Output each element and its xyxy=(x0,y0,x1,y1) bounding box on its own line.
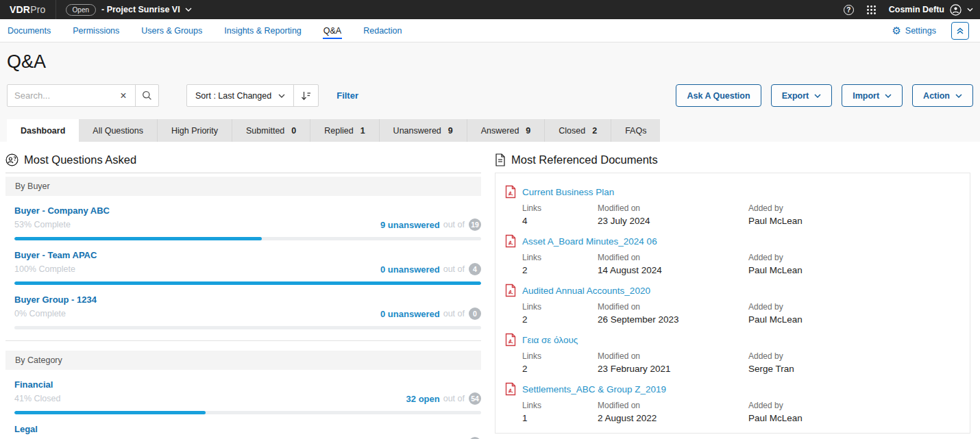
brand-logo[interactable]: VDRPro xyxy=(10,4,46,15)
unanswered-count: 9 unanswered xyxy=(380,220,440,230)
document-link[interactable]: Current Business Plan xyxy=(522,187,614,197)
chevron-down-icon xyxy=(185,8,192,12)
modified-label: Modified on xyxy=(598,351,748,361)
search-input[interactable] xyxy=(8,85,112,106)
nav-qa[interactable]: Q&A xyxy=(323,20,342,42)
tab-replied[interactable]: Replied1 xyxy=(310,119,379,142)
added-label: Added by xyxy=(748,253,960,262)
search-icon xyxy=(142,90,152,101)
document-link[interactable]: Γεια σε όλους xyxy=(522,335,578,345)
chevron-down-icon xyxy=(955,94,962,98)
tab-submitted[interactable]: Submitted0 xyxy=(232,119,310,142)
out-of-label: out of xyxy=(443,220,465,229)
nav-redaction[interactable]: Redaction xyxy=(363,20,402,42)
search-button[interactable] xyxy=(135,85,158,106)
most-documents-panel: Most Referenced Documents Current Busine… xyxy=(495,142,970,434)
tab-label: High Priority xyxy=(171,126,218,136)
modified-value: 2 August 2022 xyxy=(598,413,748,423)
most-documents-header: Most Referenced Documents xyxy=(495,153,970,166)
total-badge: 54 xyxy=(469,392,481,405)
stat-right: 0 unanswered out of 4 xyxy=(380,263,481,275)
modified-label: Modified on xyxy=(598,253,748,262)
double-chevron-up-icon xyxy=(956,27,964,35)
document-link[interactable]: Asset A_Board Minutes_2024 06 xyxy=(522,236,657,247)
export-button[interactable]: Export xyxy=(771,84,833,107)
links-label: Links xyxy=(522,253,598,262)
tab-closed[interactable]: Closed2 xyxy=(545,119,611,142)
tab-dashboard[interactable]: Dashboard xyxy=(7,119,79,142)
links-value: 2 xyxy=(522,265,598,275)
buyer-link[interactable]: Buyer Group - 1234 xyxy=(14,294,97,305)
links-label: Links xyxy=(522,401,598,410)
doc-added-col: Added by Paul McLean xyxy=(748,203,960,226)
collapse-header-button[interactable] xyxy=(951,22,969,40)
ask-question-label: Ask A Question xyxy=(687,91,750,101)
nav-users-groups[interactable]: Users & Groups xyxy=(140,20,203,42)
doc-modified-col: Modified on 23 July 2024 xyxy=(598,203,748,226)
search-group: × xyxy=(7,84,159,107)
nav-permissions[interactable]: Permissions xyxy=(72,20,120,42)
topbar-divider xyxy=(56,0,56,19)
tab-label: Replied xyxy=(324,126,353,136)
tab-label: FAQs xyxy=(625,126,646,136)
tab-label: Submitted xyxy=(246,126,284,136)
doc-links-col: Links 2 xyxy=(522,351,598,374)
close-icon: × xyxy=(120,90,126,102)
sort-dropdown[interactable]: Sort : Last Changed xyxy=(187,85,293,106)
nav-insights-reporting[interactable]: Insights & Reporting xyxy=(223,20,302,42)
module-nav: Documents Permissions Users & Groups Ins… xyxy=(0,19,980,42)
chevron-down-icon xyxy=(885,94,892,98)
buyer-link[interactable]: Buyer - Team APAC xyxy=(14,250,97,260)
progress-track xyxy=(14,326,481,329)
out-of-label: out of xyxy=(443,394,465,403)
doc-added-col: Added by Paul McLean xyxy=(748,253,960,275)
modified-label: Modified on xyxy=(598,302,748,312)
document-link[interactable]: Audited Annual Accounts_2020 xyxy=(522,286,650,296)
links-value: 4 xyxy=(522,216,598,226)
tab-answered[interactable]: Answered9 xyxy=(467,119,546,142)
project-selector[interactable]: - Project Sunrise VI xyxy=(101,5,192,14)
sort-descending-icon xyxy=(301,91,311,101)
links-label: Links xyxy=(522,351,598,361)
documents-list: Current Business Plan Links 4 Modified o… xyxy=(495,173,970,434)
modified-value: 26 September 2023 xyxy=(598,314,748,325)
doc-links-col: Links 1 xyxy=(522,401,598,423)
app-grid-icon xyxy=(866,5,877,15)
links-value: 1 xyxy=(522,413,598,423)
document-link[interactable]: Settlements_ABC & Group Z_2019 xyxy=(522,384,666,394)
modified-value: 14 August 2024 xyxy=(598,265,748,275)
document-row: Audited Annual Accounts_2020 Links 2 Mod… xyxy=(495,277,970,326)
category-link[interactable]: Legal xyxy=(14,424,38,434)
ask-question-button[interactable]: Ask A Question xyxy=(676,84,761,107)
doc-meta: Links 1 Modified on 2 August 2022 Added … xyxy=(522,401,960,423)
panel-rule xyxy=(5,173,481,173)
stat-line: 100% Complete 0 unanswered out of 4 xyxy=(14,263,481,275)
open-count: 32 open xyxy=(406,394,440,404)
help-button[interactable]: ? xyxy=(844,5,854,15)
action-button[interactable]: Action xyxy=(912,84,973,107)
doc-modified-col: Modified on 23 February 2021 xyxy=(598,351,748,374)
clear-search-button[interactable]: × xyxy=(112,85,135,106)
links-label: Links xyxy=(522,302,598,312)
filter-link[interactable]: Filter xyxy=(336,90,358,101)
doc-meta: Links 2 Modified on 26 September 2023 Ad… xyxy=(522,302,960,325)
sort-direction-button[interactable] xyxy=(293,85,318,106)
user-menu[interactable]: Cosmin Deftu xyxy=(889,4,973,16)
import-button[interactable]: Import xyxy=(842,84,903,107)
pdf-icon xyxy=(505,234,516,248)
added-value: Serge Tran xyxy=(748,364,960,374)
doc-meta: Links 4 Modified on 23 July 2024 Added b… xyxy=(522,203,960,226)
tab-count: 0 xyxy=(291,126,296,136)
nav-documents[interactable]: Documents xyxy=(7,20,51,42)
gear-icon: ⚙ xyxy=(892,25,901,36)
tab-unanswered[interactable]: Unanswered9 xyxy=(380,119,467,142)
brand-bold: VDR xyxy=(10,4,30,15)
tab-all-questions[interactable]: All Questions xyxy=(79,119,158,142)
tab-high-priority[interactable]: High Priority xyxy=(158,119,232,142)
settings-button[interactable]: ⚙ Settings xyxy=(892,25,936,36)
chevron-down-icon xyxy=(278,94,285,98)
app-switcher-button[interactable] xyxy=(866,5,877,15)
buyer-link[interactable]: Buyer - Company ABC xyxy=(14,205,110,216)
tab-faqs[interactable]: FAQs xyxy=(611,119,660,142)
category-link[interactable]: Financial xyxy=(14,379,53,390)
